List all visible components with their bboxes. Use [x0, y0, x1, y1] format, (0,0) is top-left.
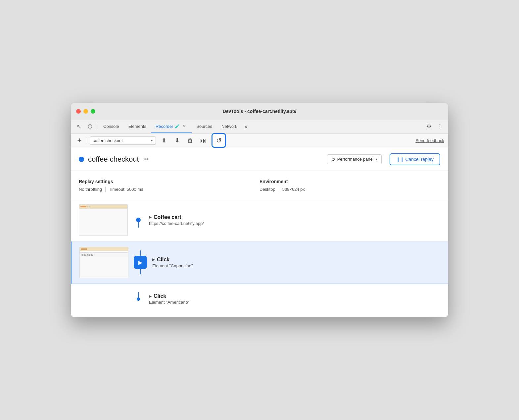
step-1-title-text: Coffee cart: [154, 214, 181, 220]
step-2-active-icon: ▶: [134, 256, 147, 269]
throttling-value: No throttling: [79, 187, 102, 192]
device-value: Desktop: [260, 187, 275, 192]
tab-cursor[interactable]: ↖: [73, 120, 84, 133]
step-item-1[interactable]: ▶ Coffee cart https://coffee-cart.netlif…: [71, 199, 448, 241]
step-2-thumbnail: Total: $0.00: [79, 247, 128, 278]
tab-elements[interactable]: Elements: [124, 120, 151, 133]
step-1-dot: [136, 218, 141, 222]
recording-header: coffee checkout ✏ ↺ Performance panel ▾ …: [71, 148, 448, 171]
performance-panel-label: Performance panel: [337, 157, 374, 162]
import-icon: ⬇: [175, 137, 180, 144]
replay-button[interactable]: ↺: [212, 133, 226, 148]
thumb-dot-2: [87, 206, 88, 207]
step-item-3[interactable]: ▶ Click Element "Americano": [71, 284, 448, 317]
tab-recorder[interactable]: Recorder 🧪 ✕: [151, 120, 192, 133]
step-1-subtitle: https://coffee-cart.netlify.app/: [149, 221, 440, 226]
replay-icon: ↺: [216, 136, 222, 144]
minimize-button[interactable]: [83, 109, 88, 114]
thumb-dot-3: [89, 206, 90, 207]
settings-icon[interactable]: ⚙: [424, 123, 434, 130]
step-3-dot: [137, 297, 140, 301]
thumb-brand-2: [81, 248, 87, 250]
tab-layout[interactable]: ⬡: [84, 120, 96, 133]
performance-panel-button[interactable]: ↺ Performance panel ▾: [327, 154, 382, 164]
env-value-divider: [279, 187, 279, 192]
cancel-replay-label: ❙❙ Cancel replay: [396, 157, 434, 162]
cancel-replay-button[interactable]: ❙❙ Cancel replay: [390, 153, 441, 165]
maximize-button[interactable]: [91, 109, 95, 114]
replay-settings-section: Replay settings No throttling Timeout: 5…: [71, 171, 448, 199]
export-button[interactable]: ⬆: [159, 135, 169, 146]
window-title: DevTools - coffee-cart.netlify.app/: [223, 109, 297, 114]
tab-sources-label: Sources: [196, 124, 212, 129]
close-button[interactable]: [76, 109, 81, 114]
plus-icon: +: [77, 137, 82, 144]
send-feedback-link[interactable]: Send feedback: [415, 138, 444, 143]
resolution-value: 538×624 px: [282, 187, 305, 192]
tab-recorder-close[interactable]: ✕: [182, 124, 187, 129]
step-3-title-text: Click: [154, 293, 166, 299]
toolbar-separator-1: [87, 137, 87, 144]
step-3-content: ▶ Click Element "Americano": [149, 293, 440, 305]
step-3-expand-icon[interactable]: ▶: [149, 294, 152, 298]
tab-network[interactable]: Network: [217, 120, 242, 133]
title-bar: DevTools - coffee-cart.netlify.app/: [71, 103, 448, 120]
step-1-expand-icon[interactable]: ▶: [149, 215, 152, 219]
steps-container: ▶ Coffee cart https://coffee-cart.netlif…: [71, 199, 448, 317]
tab-network-label: Network: [221, 124, 237, 129]
settings-right: Environment Desktop 538×624 px: [260, 179, 440, 192]
recording-name-label: coffee checkout: [93, 138, 123, 143]
devtools-window: DevTools - coffee-cart.netlify.app/ ↖ ⬡ …: [71, 103, 448, 317]
step-1-title: ▶ Coffee cart: [149, 214, 440, 220]
export-icon: ⬆: [162, 137, 166, 144]
environment-label: Environment: [260, 179, 440, 184]
environment-values: Desktop 538×624 px: [260, 187, 440, 192]
tab-console-label: Console: [103, 124, 119, 129]
settings-left: Replay settings No throttling Timeout: 5…: [79, 179, 260, 192]
tabs-more-button[interactable]: »: [242, 124, 250, 130]
recording-status-dot: [79, 157, 84, 162]
delete-button[interactable]: 🗑: [185, 135, 196, 146]
more-options-icon[interactable]: ⋮: [434, 123, 446, 130]
step-3-subtitle: Element "Americano": [149, 300, 440, 305]
dropdown-arrow-icon: ▾: [151, 138, 153, 143]
step-2-play-icon: ▶: [138, 259, 142, 266]
tab-sources[interactable]: Sources: [192, 120, 217, 133]
thumbnail-header-2: [80, 247, 128, 251]
tab-console[interactable]: Console: [99, 120, 124, 133]
performance-panel-arrow: ▾: [376, 157, 377, 161]
add-recording-button[interactable]: +: [75, 136, 84, 145]
edit-title-icon[interactable]: ✏: [144, 156, 149, 162]
recording-title: coffee checkout: [88, 155, 139, 164]
step-1-thumbnail: [79, 204, 128, 236]
layout-icon: ⬡: [88, 123, 92, 130]
tab-recorder-label: Recorder: [156, 124, 173, 129]
import-button[interactable]: ⬇: [172, 135, 182, 146]
step-2-expand-icon[interactable]: ▶: [152, 258, 155, 261]
step-3-title: ▶ Click: [149, 293, 440, 299]
step-3-thumbnail-placeholder: [79, 289, 128, 309]
thumb-dot-1: [80, 206, 86, 207]
recording-selector[interactable]: coffee checkout ▾: [90, 136, 156, 145]
recorder-toolbar: + coffee checkout ▾ ⬆ ⬇ 🗑 ⏭ ↺ Send feedb…: [71, 133, 448, 148]
trash-icon: 🗑: [187, 137, 193, 144]
cursor-icon: ↖: [77, 123, 81, 130]
play-step-icon: ⏭: [200, 137, 207, 144]
traffic-lights: [76, 109, 95, 114]
thumbnail-header: [79, 205, 127, 209]
settings-value-divider: [105, 187, 106, 192]
step-2-title: ▶ Click: [152, 257, 440, 263]
recorder-body: coffee checkout ✏ ↺ Performance panel ▾ …: [71, 148, 448, 317]
thumbnail-footer-2: Total: $0.00: [80, 252, 128, 257]
tab-sep-1: [97, 124, 97, 130]
step-2-title-text: Click: [157, 257, 169, 263]
play-step-button[interactable]: ⏭: [198, 135, 209, 146]
devtools-tab-bar: ↖ ⬡ Console Elements Recorder 🧪 ✕ Source…: [71, 120, 448, 133]
step-item-2[interactable]: Total: $0.00 ▶ ▶ Click Element "Cappucin…: [71, 241, 448, 284]
step-1-content: ▶ Coffee cart https://coffee-cart.netlif…: [149, 214, 440, 226]
replay-settings-values: No throttling Timeout: 5000 ms: [79, 187, 260, 192]
performance-icon: ↺: [331, 157, 335, 162]
replay-settings-label: Replay settings: [79, 179, 260, 184]
step-2-subtitle: Element "Cappucino": [152, 263, 440, 268]
step-2-content: ▶ Click Element "Cappucino": [152, 257, 440, 268]
